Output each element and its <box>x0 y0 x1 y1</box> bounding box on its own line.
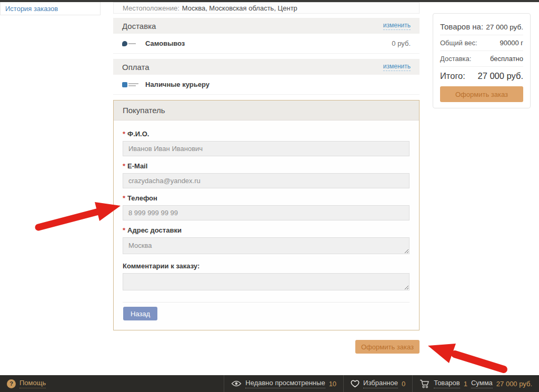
payment-method-row: Наличные курьеру <box>113 75 420 95</box>
footer-spacer <box>53 375 224 392</box>
buyer-section-header: Покупатель <box>114 100 419 120</box>
address-label: *Адрес доставки <box>123 226 410 234</box>
favorites-count: 0 <box>402 380 405 388</box>
help-link[interactable]: Помощь <box>19 379 46 388</box>
payment-method-name: Наличные курьеру <box>145 81 209 88</box>
summary-row-delivery: Доставка: бесплатно <box>440 51 523 67</box>
footer-bar: ? Помощь Недавно просмотренные 10 Избран… <box>0 375 539 392</box>
phone-input[interactable] <box>123 205 410 220</box>
red-arrow-checkout-icon <box>428 344 504 369</box>
delivery-price: 0 руб. <box>392 39 411 47</box>
help-icon: ? <box>7 379 16 388</box>
main-column: Местоположение: Москва, Московская облас… <box>113 2 420 354</box>
eye-icon <box>231 380 242 387</box>
payment-section: Оплата изменить Наличные курьеру <box>113 59 420 95</box>
summary-delivery-label: Доставка: <box>440 55 471 63</box>
back-button[interactable]: Назад <box>123 307 157 320</box>
delivery-method-row: Самовывоз 0 руб. <box>113 34 420 54</box>
delivery-section-header: Доставка изменить <box>113 18 420 34</box>
fullname-input[interactable] <box>123 141 410 156</box>
cart-items-count: 1 <box>464 380 467 388</box>
sidebar-item-order-history[interactable]: История заказов <box>5 5 58 13</box>
buyer-form: *Ф.И.О. *E-Mail *Телефон *Адрес доставки… <box>114 120 419 330</box>
email-input[interactable] <box>123 173 410 188</box>
form-divider <box>123 302 410 303</box>
location-label: Местоположение: <box>123 4 179 12</box>
order-summary: Товаров на: 27 000 руб. Общий вес: 90000… <box>433 13 531 108</box>
footer-recently-viewed[interactable]: Недавно просмотренные 10 <box>224 375 343 392</box>
summary-row-total: Итого: 27 000 руб. <box>440 67 523 86</box>
buyer-section: Покупатель *Ф.И.О. *E-Mail *Телефон *Адр… <box>113 100 420 330</box>
cash-courier-logo-icon <box>122 81 140 88</box>
location-value: Москва, Московская область, Центр <box>182 4 297 12</box>
fullname-label: *Ф.И.О. <box>123 130 410 138</box>
delivery-title: Доставка <box>122 22 156 31</box>
delivery-change-link[interactable]: изменить <box>383 22 411 30</box>
summary-weight-label: Общий вес: <box>440 39 477 47</box>
email-label: *E-Mail <box>123 162 410 170</box>
comments-textarea[interactable] <box>123 273 410 290</box>
summary-row-weight: Общий вес: 90000 г <box>440 35 523 51</box>
address-textarea[interactable]: Москва <box>123 237 410 254</box>
field-fullname: *Ф.И.О. <box>123 130 410 156</box>
summary-items-label: Товаров на: <box>440 22 483 31</box>
summary-row-items: Товаров на: 27 000 руб. <box>440 18 523 35</box>
footer-favorites[interactable]: Избранное 0 <box>343 375 412 392</box>
comments-label: Комментарии к заказу: <box>123 262 410 270</box>
summary-delivery-value: бесплатно <box>490 55 523 63</box>
checkout-row: Оформить заказ <box>113 340 420 354</box>
field-address: *Адрес доставки Москва <box>123 226 410 256</box>
footer-help[interactable]: ? Помощь <box>0 375 53 392</box>
checkout-button-sidebar[interactable]: Оформить заказ <box>440 86 523 102</box>
field-phone: *Телефон <box>123 194 410 220</box>
required-marker: * <box>123 226 125 234</box>
checkout-button-bottom[interactable]: Оформить заказ <box>355 340 420 354</box>
payment-change-link[interactable]: изменить <box>383 63 411 71</box>
summary-total-label: Итого: <box>440 71 465 81</box>
location-bar: Местоположение: Москва, Московская облас… <box>113 2 420 14</box>
buyer-title: Покупатель <box>123 106 165 115</box>
delivery-method-name: Самовывоз <box>145 39 185 47</box>
summary-weight-value: 90000 г <box>500 39 523 47</box>
summary-total-value: 27 000 руб. <box>477 71 523 81</box>
required-marker: * <box>123 130 125 138</box>
red-arrow-phone-icon <box>38 202 121 227</box>
field-email: *E-Mail <box>123 162 410 188</box>
delivery-section: Доставка изменить Самовывоз 0 руб. <box>113 18 420 54</box>
recently-viewed-link[interactable]: Недавно просмотренные <box>245 379 325 388</box>
favorites-link[interactable]: Избранное <box>363 379 398 388</box>
phone-label: *Телефон <box>123 194 410 202</box>
footer-cart[interactable]: Товаров 1 Сумма 27 000 руб. <box>412 375 539 392</box>
recently-viewed-count: 10 <box>329 380 336 388</box>
cart-items-link[interactable]: Товаров <box>434 379 460 388</box>
payment-section-header: Оплата изменить <box>113 59 420 75</box>
pickup-logo-icon <box>122 40 140 47</box>
required-marker: * <box>123 162 125 170</box>
cart-sum-value: 27 000 руб. <box>496 380 532 388</box>
summary-items-value: 27 000 руб. <box>486 23 523 31</box>
cart-icon <box>420 379 430 388</box>
heart-icon <box>351 380 360 388</box>
required-marker: * <box>123 194 125 202</box>
sidebar-panel: История заказов <box>0 2 101 15</box>
payment-title: Оплата <box>122 63 149 72</box>
field-comments: Комментарии к заказу: <box>123 262 410 293</box>
cart-sum-link[interactable]: Сумма <box>471 379 493 388</box>
